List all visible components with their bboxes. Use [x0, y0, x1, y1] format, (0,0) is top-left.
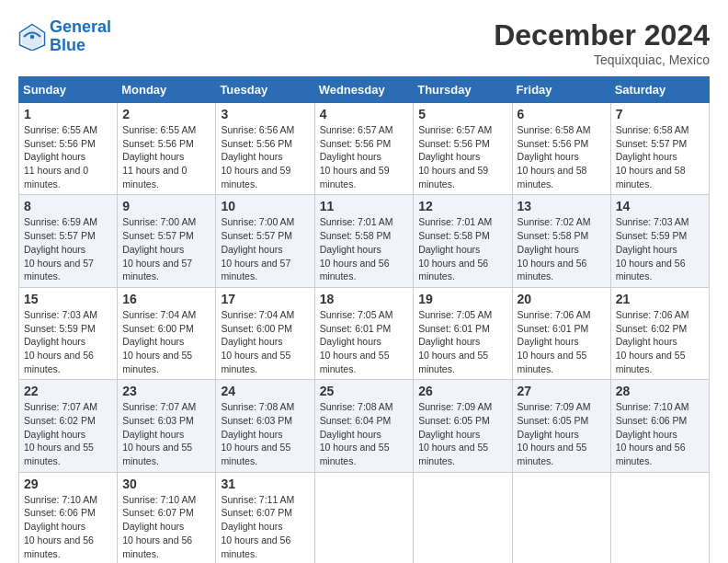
day-number: 24	[221, 384, 309, 398]
calendar-cell: 15 Sunrise: 7:03 AM Sunset: 5:59 PM Dayl…	[19, 287, 118, 379]
header-sunday: Sunday	[19, 77, 118, 103]
header-saturday: Saturday	[610, 77, 709, 103]
day-info: Sunrise: 6:56 AM Sunset: 5:56 PM Dayligh…	[221, 123, 309, 190]
header-thursday: Thursday	[414, 77, 512, 103]
calendar-cell: 8 Sunrise: 6:59 AM Sunset: 5:57 PM Dayli…	[19, 195, 118, 287]
day-info: Sunrise: 7:01 AM Sunset: 5:58 PM Dayligh…	[418, 215, 506, 282]
day-number: 8	[24, 199, 112, 213]
day-info: Sunrise: 7:03 AM Sunset: 5:59 PM Dayligh…	[24, 308, 112, 375]
day-info: Sunrise: 7:11 AM Sunset: 6:07 PM Dayligh…	[221, 493, 309, 560]
day-info: Sunrise: 7:06 AM Sunset: 6:01 PM Dayligh…	[518, 308, 606, 375]
day-number: 6	[518, 107, 606, 121]
day-info: Sunrise: 7:10 AM Sunset: 6:07 PM Dayligh…	[122, 493, 210, 560]
day-info: Sunrise: 6:58 AM Sunset: 5:57 PM Dayligh…	[616, 123, 704, 190]
calendar-cell: 2 Sunrise: 6:55 AM Sunset: 5:56 PM Dayli…	[118, 103, 216, 195]
day-info: Sunrise: 7:07 AM Sunset: 6:03 PM Dayligh…	[122, 400, 210, 467]
day-number: 31	[221, 477, 309, 491]
calendar-cell: 10 Sunrise: 7:00 AM Sunset: 5:57 PM Dayl…	[216, 195, 314, 287]
day-info: Sunrise: 7:06 AM Sunset: 6:02 PM Dayligh…	[616, 308, 704, 375]
day-number: 10	[221, 199, 309, 213]
day-number: 18	[320, 292, 409, 306]
calendar-cell: 14 Sunrise: 7:03 AM Sunset: 5:59 PM Dayl…	[610, 195, 709, 287]
day-info: Sunrise: 7:00 AM Sunset: 5:57 PM Dayligh…	[221, 215, 309, 282]
calendar-cell: 20 Sunrise: 7:06 AM Sunset: 6:01 PM Dayl…	[512, 287, 610, 379]
title-block: December 2024 Tequixquiac, Mexico	[494, 18, 710, 67]
day-number: 28	[616, 384, 704, 398]
day-number: 17	[221, 292, 309, 306]
day-info: Sunrise: 6:55 AM Sunset: 5:56 PM Dayligh…	[122, 123, 210, 190]
day-info: Sunrise: 6:57 AM Sunset: 5:56 PM Dayligh…	[320, 123, 409, 190]
day-info: Sunrise: 7:10 AM Sunset: 6:06 PM Dayligh…	[616, 400, 704, 467]
day-info: Sunrise: 7:00 AM Sunset: 5:57 PM Dayligh…	[122, 215, 210, 282]
calendar-cell: 26 Sunrise: 7:09 AM Sunset: 6:05 PM Dayl…	[414, 380, 512, 472]
calendar-cell	[512, 472, 610, 563]
day-number: 15	[24, 292, 112, 306]
logo-line2: Blue	[50, 36, 85, 54]
day-number: 27	[518, 384, 606, 398]
month-title: December 2024	[494, 18, 710, 52]
calendar-cell: 5 Sunrise: 6:57 AM Sunset: 5:56 PM Dayli…	[414, 103, 512, 195]
day-number: 5	[418, 107, 506, 121]
day-number: 4	[320, 107, 409, 121]
day-info: Sunrise: 6:58 AM Sunset: 5:56 PM Dayligh…	[518, 123, 606, 190]
calendar-week-row: 15 Sunrise: 7:03 AM Sunset: 5:59 PM Dayl…	[19, 287, 710, 379]
calendar-cell: 29 Sunrise: 7:10 AM Sunset: 6:06 PM Dayl…	[19, 472, 118, 563]
day-number: 25	[320, 384, 409, 398]
day-info: Sunrise: 7:09 AM Sunset: 6:05 PM Dayligh…	[518, 400, 606, 467]
svg-point-2	[30, 35, 35, 40]
day-info: Sunrise: 7:08 AM Sunset: 6:04 PM Dayligh…	[320, 400, 409, 467]
calendar-cell: 4 Sunrise: 6:57 AM Sunset: 5:56 PM Dayli…	[314, 103, 414, 195]
calendar-cell: 24 Sunrise: 7:08 AM Sunset: 6:03 PM Dayl…	[216, 380, 314, 472]
day-number: 7	[616, 107, 704, 121]
day-number: 9	[122, 199, 210, 213]
calendar-cell	[610, 472, 709, 563]
location: Tequixquiac, Mexico	[494, 52, 710, 67]
day-info: Sunrise: 7:04 AM Sunset: 6:00 PM Dayligh…	[122, 308, 210, 375]
calendar-week-row: 8 Sunrise: 6:59 AM Sunset: 5:57 PM Dayli…	[19, 195, 710, 287]
calendar-cell: 31 Sunrise: 7:11 AM Sunset: 6:07 PM Dayl…	[216, 472, 314, 563]
day-info: Sunrise: 7:08 AM Sunset: 6:03 PM Dayligh…	[221, 400, 309, 467]
day-number: 1	[24, 107, 112, 121]
day-number: 26	[418, 384, 506, 398]
calendar-cell	[314, 472, 414, 563]
day-number: 19	[418, 292, 506, 306]
day-info: Sunrise: 6:55 AM Sunset: 5:56 PM Dayligh…	[24, 123, 112, 190]
day-info: Sunrise: 7:07 AM Sunset: 6:02 PM Dayligh…	[24, 400, 112, 467]
days-header-row: Sunday Monday Tuesday Wednesday Thursday…	[19, 77, 710, 103]
calendar-cell: 11 Sunrise: 7:01 AM Sunset: 5:58 PM Dayl…	[314, 195, 414, 287]
day-info: Sunrise: 7:02 AM Sunset: 5:58 PM Dayligh…	[518, 215, 606, 282]
day-number: 16	[122, 292, 210, 306]
logo-text: General Blue	[50, 18, 111, 55]
calendar-cell: 13 Sunrise: 7:02 AM Sunset: 5:58 PM Dayl…	[512, 195, 610, 287]
calendar-week-row: 29 Sunrise: 7:10 AM Sunset: 6:06 PM Dayl…	[19, 472, 710, 563]
day-info: Sunrise: 7:05 AM Sunset: 6:01 PM Dayligh…	[418, 308, 506, 375]
day-info: Sunrise: 7:01 AM Sunset: 5:58 PM Dayligh…	[320, 215, 409, 282]
calendar-cell: 25 Sunrise: 7:08 AM Sunset: 6:04 PM Dayl…	[314, 380, 414, 472]
calendar-cell: 3 Sunrise: 6:56 AM Sunset: 5:56 PM Dayli…	[216, 103, 314, 195]
day-number: 13	[518, 199, 606, 213]
day-info: Sunrise: 7:09 AM Sunset: 6:05 PM Dayligh…	[418, 400, 506, 467]
calendar-cell: 21 Sunrise: 7:06 AM Sunset: 6:02 PM Dayl…	[610, 287, 709, 379]
calendar-cell: 1 Sunrise: 6:55 AM Sunset: 5:56 PM Dayli…	[19, 103, 118, 195]
calendar-week-row: 1 Sunrise: 6:55 AM Sunset: 5:56 PM Dayli…	[19, 103, 710, 195]
header-friday: Friday	[512, 77, 610, 103]
page-header: General Blue December 2024 Tequixquiac, …	[18, 18, 710, 67]
day-number: 22	[24, 384, 112, 398]
day-info: Sunrise: 6:59 AM Sunset: 5:57 PM Dayligh…	[24, 215, 112, 282]
day-number: 23	[122, 384, 210, 398]
day-info: Sunrise: 7:04 AM Sunset: 6:00 PM Dayligh…	[221, 308, 309, 375]
day-info: Sunrise: 7:10 AM Sunset: 6:06 PM Dayligh…	[24, 493, 112, 560]
header-wednesday: Wednesday	[314, 77, 414, 103]
calendar-cell: 30 Sunrise: 7:10 AM Sunset: 6:07 PM Dayl…	[118, 472, 216, 563]
header-tuesday: Tuesday	[216, 77, 314, 103]
logo-icon	[18, 23, 46, 51]
day-number: 20	[518, 292, 606, 306]
day-info: Sunrise: 7:05 AM Sunset: 6:01 PM Dayligh…	[320, 308, 409, 375]
calendar-cell: 23 Sunrise: 7:07 AM Sunset: 6:03 PM Dayl…	[118, 380, 216, 472]
calendar-cell: 27 Sunrise: 7:09 AM Sunset: 6:05 PM Dayl…	[512, 380, 610, 472]
calendar-cell: 28 Sunrise: 7:10 AM Sunset: 6:06 PM Dayl…	[610, 380, 709, 472]
calendar-cell: 9 Sunrise: 7:00 AM Sunset: 5:57 PM Dayli…	[118, 195, 216, 287]
day-number: 3	[221, 107, 309, 121]
calendar-cell: 16 Sunrise: 7:04 AM Sunset: 6:00 PM Dayl…	[118, 287, 216, 379]
calendar-week-row: 22 Sunrise: 7:07 AM Sunset: 6:02 PM Dayl…	[19, 380, 710, 472]
